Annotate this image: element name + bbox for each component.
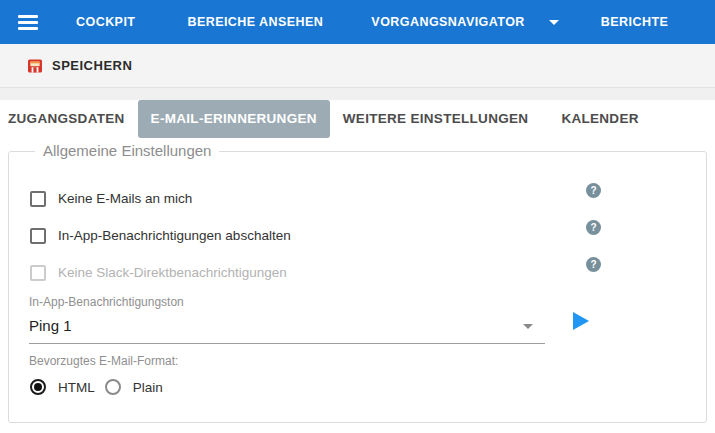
fieldset-legend: Allgemeine Einstellungen [35, 142, 219, 159]
settings-tabs: ZUGANGSDATEN E-MAIL-ERINNERUNGEN WEITERE… [0, 100, 715, 138]
save-icon [27, 58, 43, 74]
tab-kalender[interactable]: KALENDER [548, 100, 651, 138]
tab-weitere-einstellungen[interactable]: WEITERE EINSTELLUNGEN [330, 100, 542, 138]
top-navbar: COCKPIT BEREICHE ANSEHEN VORGANGSNAVIGAT… [0, 0, 715, 44]
notification-sound-group: In-App-Benachrichtigungston Ping 1 [29, 295, 686, 344]
nav-item-label: VORGANGSNAVIGATOR [371, 15, 525, 29]
inapp-notifications-off-checkbox[interactable] [30, 228, 46, 244]
plain-radio-label: Plain [133, 380, 163, 395]
play-sound-button[interactable] [573, 312, 589, 330]
email-format-label: Bevorzugtes E-Mail-Format: [29, 354, 686, 368]
checkbox-row-inapp-off: In-App-Benachrichtigungen abschalten ? [29, 217, 686, 254]
chevron-down-icon[interactable] [549, 20, 559, 25]
navbar-items: COCKPIT BEREICHE ANSEHEN VORGANGSNAVIGAT… [76, 15, 715, 29]
email-format-options: HTML Plain [29, 379, 686, 395]
no-slack-notifications-checkbox [30, 265, 46, 281]
checkbox-label: In-App-Benachrichtigungen abschalten [58, 228, 291, 243]
help-icon[interactable]: ? [586, 220, 601, 235]
no-emails-checkbox[interactable] [30, 191, 46, 207]
email-format-group: Bevorzugtes E-Mail-Format: HTML Plain [29, 354, 686, 395]
checkbox-label: Keine Slack-Direktbenachrichtigungen [58, 265, 287, 280]
checkbox-label: Keine E-Mails an mich [58, 191, 192, 206]
tab-zugangsdaten[interactable]: ZUGANGSDATEN [0, 100, 138, 138]
nav-item-bereiche-ansehen[interactable]: BEREICHE ANSEHEN [187, 15, 323, 29]
notification-sound-label: In-App-Benachrichtigungston [29, 295, 686, 309]
html-radio[interactable] [30, 379, 46, 395]
notification-sound-value: Ping 1 [29, 317, 72, 334]
notification-sound-select[interactable]: Ping 1 [29, 311, 545, 344]
save-button-label: SPEICHERN [52, 58, 132, 73]
checkbox-row-no-emails: Keine E-Mails an mich ? [29, 180, 686, 217]
help-icon[interactable]: ? [586, 257, 601, 272]
general-settings-fieldset: Allgemeine Einstellungen Keine E-Mails a… [8, 151, 707, 423]
plain-radio[interactable] [105, 379, 121, 395]
nav-item-vorgangsnavigator[interactable]: VORGANGSNAVIGATOR [371, 15, 559, 29]
chevron-down-icon [523, 324, 533, 329]
nav-item-cockpit[interactable]: COCKPIT [76, 15, 135, 29]
tab-email-erinnerungen[interactable]: E-MAIL-ERINNERUNGEN [138, 100, 330, 138]
menu-icon[interactable] [18, 15, 38, 30]
nav-item-berichte[interactable]: BERICHTE [601, 15, 669, 29]
help-icon[interactable]: ? [586, 183, 601, 198]
html-radio-label: HTML [58, 380, 95, 395]
action-toolbar: SPEICHERN [0, 44, 715, 88]
settings-page: ZUGANGSDATEN E-MAIL-ERINNERUNGEN WEITERE… [0, 100, 715, 433]
checkbox-row-no-slack: Keine Slack-Direktbenachrichtigungen ? [29, 254, 686, 291]
save-button[interactable]: SPEICHERN [27, 58, 132, 74]
